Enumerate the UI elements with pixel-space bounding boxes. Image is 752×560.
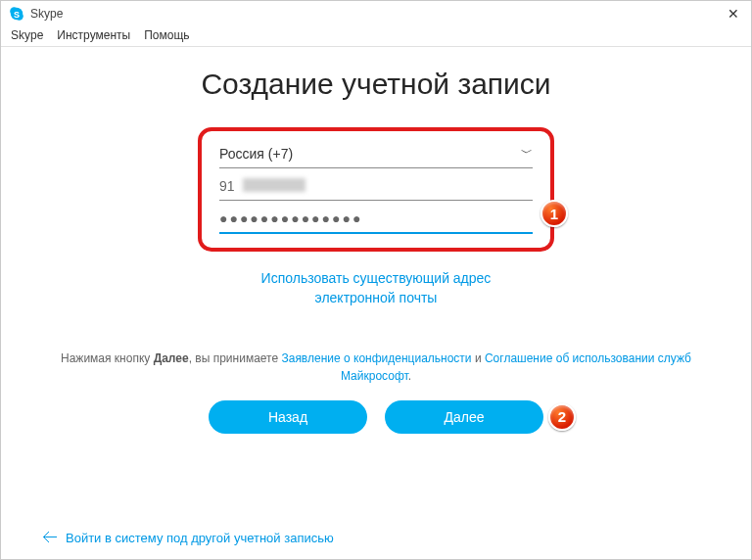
signup-form-highlight: Россия (+7) ﹀ 1 [198, 127, 554, 252]
blurred-region [243, 178, 306, 192]
menu-tools[interactable]: Инструменты [57, 28, 130, 42]
window-title: Skype [30, 7, 63, 21]
arrow-left-icon: 🡠 [42, 530, 58, 545]
close-button[interactable]: ✕ [724, 6, 743, 22]
country-code-select[interactable]: Россия (+7) ﹀ [219, 141, 533, 168]
next-button[interactable]: Далее [385, 400, 543, 434]
content-area: Создание учетной записи Россия (+7) ﹀ 1 … [1, 47, 751, 434]
annotation-badge-2: 2 [548, 403, 576, 431]
menu-skype[interactable]: Skype [11, 28, 43, 42]
footer-link-label: Войти в систему под другой учетной запис… [66, 531, 334, 545]
titlebar: S Skype ✕ [1, 1, 751, 26]
sign-in-other-account-link[interactable]: 🡠 Войти в систему под другой учетной зап… [42, 530, 334, 545]
password-input[interactable] [219, 201, 533, 234]
use-existing-email-link[interactable]: Использовать существующий адрес электрон… [40, 269, 712, 307]
terms-text: Нажимая кнопку Далее, вы принимаете Заяв… [40, 350, 712, 385]
page-title: Создание учетной записи [40, 67, 712, 102]
button-row: Назад Далее [180, 400, 572, 434]
svg-text:S: S [14, 10, 20, 20]
privacy-link[interactable]: Заявление о конфиденциальности [281, 351, 471, 365]
annotation-badge-1: 1 [540, 200, 568, 227]
chevron-down-icon: ﹀ [521, 145, 533, 162]
menu-help[interactable]: Помощь [144, 28, 189, 42]
country-code-label: Россия (+7) [219, 146, 293, 162]
back-button[interactable]: Назад [209, 400, 367, 434]
menubar: Skype Инструменты Помощь [1, 26, 751, 47]
skype-icon: S [9, 6, 24, 22]
